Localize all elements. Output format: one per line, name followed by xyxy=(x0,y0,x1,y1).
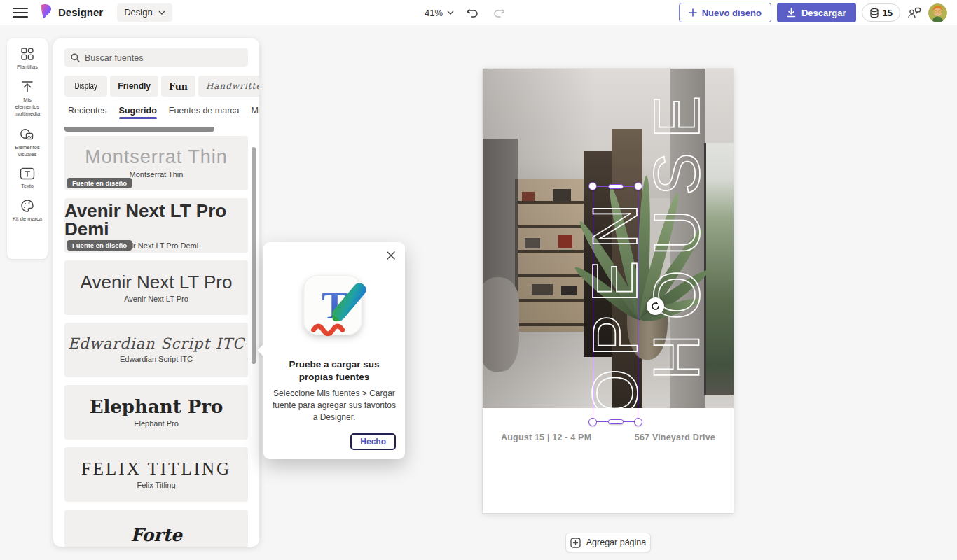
brand-kit-palette-icon xyxy=(20,199,34,213)
rotate-handle[interactable] xyxy=(647,298,664,315)
add-page-plus-icon xyxy=(570,538,581,548)
credits-count: 15 xyxy=(883,8,893,18)
font-in-design-badge: Fuente en diseño xyxy=(67,240,132,251)
templates-grid-icon xyxy=(20,47,34,61)
feedback-button[interactable] xyxy=(906,4,923,21)
left-toolbar: Plantillas Mis elementos multimedia Elem… xyxy=(7,38,48,259)
design-menu[interactable]: Design xyxy=(117,4,172,22)
tab-recientes[interactable]: Recientes xyxy=(68,106,107,120)
font-card-montserrat-thin[interactable]: Montserrat Thin Montserrat Thin Fuente e… xyxy=(64,136,248,190)
resize-handle-bottom-right[interactable] xyxy=(634,418,642,426)
font-preview: Avenir Next LT Pro Demi xyxy=(64,202,248,238)
chip-label: Friendly xyxy=(118,81,151,91)
resize-handle-top-left[interactable] xyxy=(588,182,597,190)
tab-fuentes-de-marca[interactable]: Fuentes de marca xyxy=(169,106,240,120)
upload-icon xyxy=(20,80,34,94)
fonts-panel: Display Friendly Fun Handwritten Mo Reci… xyxy=(53,38,259,547)
font-preview: Avenir Next LT Pro xyxy=(81,273,233,291)
designer-logo-icon xyxy=(39,4,53,22)
font-search[interactable] xyxy=(64,48,248,67)
app-brand: Designer xyxy=(39,4,103,22)
credits-counter[interactable]: 15 xyxy=(862,4,900,22)
done-button[interactable]: Hecho xyxy=(350,433,396,450)
font-name: Avenir Next LT Pro xyxy=(124,295,188,303)
font-tabs: Recientes Sugerido Fuentes de marca Mis xyxy=(68,106,259,120)
sidebar-item-mis-elementos[interactable]: Mis elementos multimedia xyxy=(12,80,43,118)
designer-app: Designer Design 41% xyxy=(0,0,957,560)
zoom-level: 41% xyxy=(425,8,443,18)
chip-friendly[interactable]: Friendly xyxy=(110,76,158,97)
font-name: Elephant Pro xyxy=(134,419,179,428)
font-preview: Elephant Pro xyxy=(90,398,223,416)
event-date-text[interactable]: August 15 | 12 - 4 PM xyxy=(501,433,591,442)
font-list-scrollbar[interactable] xyxy=(252,147,256,364)
chip-handwritten[interactable]: Handwritten xyxy=(198,76,259,97)
sidebar-item-kit-de-marca[interactable]: Kit de marca xyxy=(12,199,43,223)
popup-title: Pruebe a cargar sus propias fuentes xyxy=(275,358,394,383)
popup-arrow xyxy=(257,344,270,356)
font-name: Montserrat Thin xyxy=(130,170,184,178)
scrolled-item-remnant xyxy=(64,127,214,132)
redo-button[interactable] xyxy=(490,4,507,21)
undo-button[interactable] xyxy=(464,4,481,21)
chip-fun[interactable]: Fun xyxy=(161,76,195,97)
sidebar-label: Plantillas xyxy=(12,64,43,71)
event-address-text[interactable]: 567 Vineyard Drive xyxy=(635,433,715,442)
chip-display[interactable]: Display xyxy=(64,76,107,97)
sidebar-item-plantillas[interactable]: Plantillas xyxy=(12,47,43,71)
canvas-caption-row: August 15 | 12 - 4 PM 567 Vineyard Drive xyxy=(483,433,734,442)
resize-handle-bottom-left[interactable] xyxy=(588,418,597,426)
canvas-controls: 41% xyxy=(425,0,507,25)
sidebar-label: Elementos visuales xyxy=(12,144,43,158)
topbar-actions: Nuevo diseño Descargar 15 xyxy=(679,3,947,22)
resize-handle-top-right[interactable] xyxy=(634,182,642,190)
top-bar: Designer Design 41% xyxy=(0,0,957,25)
design-canvas-page[interactable]: HOUSE OPEN August 15 | 12 - 4 PM 567 Vin… xyxy=(483,69,734,513)
selection-box[interactable] xyxy=(593,186,638,422)
user-avatar[interactable] xyxy=(928,4,947,22)
font-preview: FELIX TITLING xyxy=(81,460,231,477)
undo-icon xyxy=(467,8,478,18)
font-search-input[interactable] xyxy=(85,53,225,63)
plus-icon xyxy=(689,8,697,17)
chevron-down-icon xyxy=(447,10,454,15)
font-in-design-badge: Fuente en diseño xyxy=(67,178,132,188)
zoom-control[interactable]: 41% xyxy=(425,8,454,18)
chip-label: Fun xyxy=(169,81,188,92)
sidebar-item-texto[interactable]: Texto xyxy=(12,167,43,190)
font-card-felix[interactable]: FELIX TITLING Felix Titling xyxy=(64,447,248,502)
person-feedback-icon xyxy=(908,7,921,19)
font-card-elephant[interactable]: Elephant Pro Elephant Pro xyxy=(64,385,248,440)
upload-fonts-popup: T Pruebe a cargar sus propias fuentes Se… xyxy=(263,242,405,459)
upload-font-illustration-icon: T xyxy=(293,266,376,349)
close-icon[interactable] xyxy=(385,250,397,261)
download-button[interactable]: Descargar xyxy=(777,3,856,22)
app-name: Designer xyxy=(58,6,103,18)
tab-mis-fuentes[interactable]: Mis xyxy=(252,106,259,120)
font-preview: Montserrat Thin xyxy=(85,148,228,167)
sidebar-label: Texto xyxy=(12,183,43,190)
redo-icon xyxy=(493,8,505,18)
download-label: Descargar xyxy=(801,8,846,18)
design-menu-label: Design xyxy=(124,7,152,18)
visual-elements-icon xyxy=(20,127,35,141)
font-name: Edwardian Script ITC xyxy=(120,355,193,363)
font-card-avenir[interactable]: Avenir Next LT Pro Avenir Next LT Pro xyxy=(64,260,248,315)
tab-sugerido[interactable]: Sugerido xyxy=(119,106,157,120)
popup-body: Seleccione Mis fuentes > Cargar fuente p… xyxy=(272,388,397,423)
add-page-button[interactable]: Agregar página xyxy=(565,533,651,552)
resize-handle-top-middle[interactable] xyxy=(608,184,624,189)
chevron-down-icon xyxy=(158,10,165,15)
font-card-forte[interactable]: Forte xyxy=(64,510,248,547)
font-card-avenir-demi[interactable]: Avenir Next LT Pro Demi Avenir Next LT P… xyxy=(64,198,248,253)
hamburger-menu-icon[interactable] xyxy=(13,5,28,20)
new-design-button[interactable]: Nuevo diseño xyxy=(679,3,771,22)
font-card-edwardian[interactable]: Edwardian Script ITC Edwardian Script IT… xyxy=(64,323,248,377)
credits-coins-icon xyxy=(869,8,879,18)
chip-label: Display xyxy=(75,80,97,92)
font-filter-chips: Display Friendly Fun Handwritten Mo xyxy=(53,76,259,97)
font-preview: Forte xyxy=(130,526,182,544)
font-preview: Edwardian Script ITC xyxy=(68,337,245,351)
resize-handle-bottom-middle[interactable] xyxy=(608,419,624,424)
sidebar-item-elementos-visuales[interactable]: Elementos visuales xyxy=(12,127,43,158)
